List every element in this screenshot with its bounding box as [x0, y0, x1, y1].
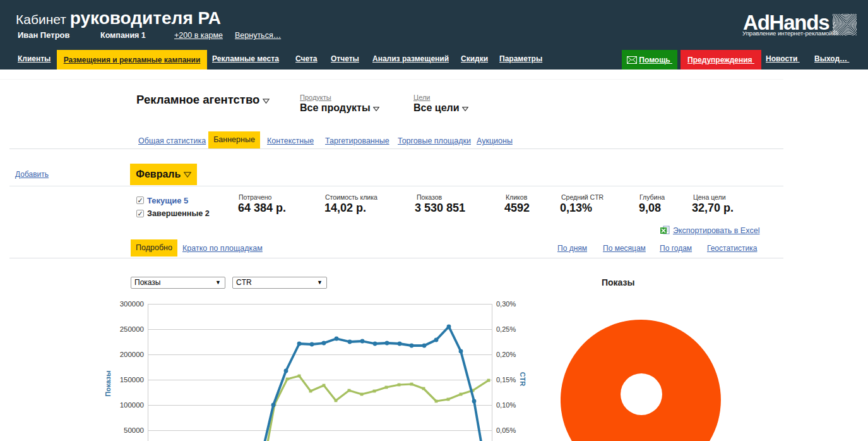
svg-text:50000: 50000: [124, 426, 144, 434]
svg-text:0,30%: 0,30%: [496, 300, 516, 308]
svg-text:0,10%: 0,10%: [496, 401, 516, 409]
svg-text:100000: 100000: [120, 401, 144, 409]
svg-text:0,25%: 0,25%: [496, 325, 516, 333]
svg-text:300000: 300000: [120, 300, 144, 308]
svg-text:0,15%: 0,15%: [496, 376, 516, 384]
svg-text:200000: 200000: [120, 351, 144, 358]
svg-text:150000: 150000: [120, 376, 144, 384]
svg-text:0,05%: 0,05%: [496, 426, 516, 434]
svg-text:0,20%: 0,20%: [496, 351, 516, 358]
svg-text:250000: 250000: [120, 325, 144, 333]
svg-text:CTR: CTR: [519, 372, 526, 387]
svg-text:Показы: Показы: [104, 370, 112, 396]
